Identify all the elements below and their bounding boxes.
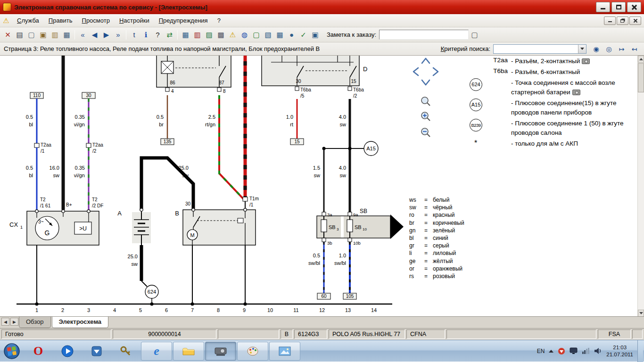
mdi-restore-icon xyxy=(620,19,624,23)
search-combobox[interactable] xyxy=(493,44,586,54)
search-next-icon[interactable]: ◎ xyxy=(603,43,615,54)
minimize-button[interactable] xyxy=(596,2,610,12)
menu-warnings[interactable]: Предупреждения xyxy=(154,15,213,26)
goto-forward-icon[interactable]: ↦ xyxy=(616,43,627,54)
tab-wiring-diagram[interactable]: Электросхема xyxy=(52,317,109,328)
sort-icon[interactable]: t xyxy=(128,29,140,41)
menu-help[interactable]: ? xyxy=(213,15,225,26)
tab-scroll-left-button[interactable]: ◀ xyxy=(1,318,9,326)
pin-10b-label: 10b xyxy=(353,240,361,246)
first-page-icon[interactable]: « xyxy=(77,29,89,41)
copy-document-icon[interactable]: ▥ xyxy=(49,29,61,41)
relay1-pin8-label: 8 xyxy=(223,89,226,94)
zoom-out-icon[interactable] xyxy=(421,128,430,137)
volume-icon[interactable] xyxy=(594,347,602,354)
wire-color: sw xyxy=(340,122,347,127)
scroll-down-button[interactable] xyxy=(638,310,644,317)
taskbar-opera-icon[interactable]: O xyxy=(24,342,53,361)
tray-download-icon[interactable] xyxy=(558,347,565,355)
legend-symbol: A15 xyxy=(468,98,511,111)
nav-up-icon[interactable] xyxy=(422,58,429,63)
component-cx1-sub: 1 xyxy=(20,225,23,230)
zoom-in-icon[interactable] xyxy=(421,112,430,121)
nav-left-icon[interactable] xyxy=(413,68,418,75)
wire-gauge: 25.0 xyxy=(128,254,138,259)
help-icon[interactable]: ? xyxy=(152,29,164,41)
taskbar-clock[interactable]: 21:03 21.07.2011 xyxy=(606,344,633,358)
wire-violet-green-df: 30 T2aa /2 0.35 vi/gn 0.35 vi/gn T2 /2 D… xyxy=(74,92,104,210)
search-icon[interactable]: ◉ xyxy=(590,43,602,54)
table-icon[interactable]: ▩ xyxy=(215,29,227,41)
goto-back-icon[interactable]: ↤ xyxy=(628,43,640,54)
order-note-input[interactable] xyxy=(379,30,469,40)
mdi-close-button[interactable] xyxy=(629,16,641,25)
info-icon[interactable]: ℹ xyxy=(140,29,152,41)
taskbar-elsa-app-button[interactable] xyxy=(205,342,236,361)
nav-right-icon[interactable] xyxy=(433,68,438,75)
taskbar-explorer-button[interactable] xyxy=(173,342,204,361)
warning-icon[interactable]: ⚠ xyxy=(227,29,239,41)
vehicle-icon[interactable]: ▦ xyxy=(180,29,191,41)
combo-dropdown-button[interactable] xyxy=(578,45,586,53)
taskbar-internet-explorer-button[interactable]: e xyxy=(141,342,172,361)
zoom-select-icon[interactable] xyxy=(421,97,430,106)
close-button[interactable] xyxy=(627,2,641,12)
camera-icon[interactable] xyxy=(582,58,590,64)
taskbar-paint-button[interactable] xyxy=(237,342,268,361)
open-document-icon[interactable]: ▣ xyxy=(37,29,49,41)
status-fsa: FSA xyxy=(598,329,631,339)
pages-icon[interactable]: ▧ xyxy=(262,29,274,41)
menu-service[interactable]: Служба xyxy=(12,15,44,26)
scrollbar-thumb[interactable] xyxy=(638,63,644,92)
show-desktop-button[interactable] xyxy=(637,340,643,362)
tools-icon[interactable]: ▣ xyxy=(309,29,321,41)
notes-icon[interactable]: ▢ xyxy=(250,29,262,41)
start-button[interactable] xyxy=(0,340,24,362)
new-document-icon[interactable]: ▢ xyxy=(25,29,37,41)
documents-icon[interactable]: ▥ xyxy=(191,29,203,41)
search-input[interactable] xyxy=(494,45,578,53)
checklist-icon[interactable]: ✓ xyxy=(297,29,309,41)
mdi-minimize-button[interactable] xyxy=(604,16,616,25)
last-page-icon[interactable]: » xyxy=(112,29,124,41)
scroll-up-button[interactable] xyxy=(638,56,644,63)
wire-color: sw/bl xyxy=(334,260,346,266)
taskbar-download-manager-icon[interactable] xyxy=(82,342,111,361)
camera-icon[interactable] xyxy=(572,90,580,95)
title-bar: Электронная справочная система по сервис… xyxy=(0,0,644,14)
menu-view[interactable]: Просмотр xyxy=(77,15,115,26)
print-preview-icon[interactable]: ▦ xyxy=(61,29,73,41)
wire-black-bplus: 16.0 sw B+ xyxy=(50,56,72,210)
next-page-icon[interactable]: ▶ xyxy=(100,29,112,41)
maximize-button[interactable] xyxy=(611,2,626,12)
taskbar-photo-viewer-button[interactable] xyxy=(269,342,300,361)
taskbar-keys-icon[interactable] xyxy=(111,342,140,361)
component-b-label: B xyxy=(175,210,179,217)
connector-t6ba2-label: T6ba xyxy=(353,87,364,92)
print-icon[interactable]: ▤ xyxy=(14,29,25,41)
tab-scroll-right-button[interactable]: ▶ xyxy=(10,318,18,326)
menu-settings[interactable]: Настройки xyxy=(115,15,154,26)
tray-expand-icon[interactable] xyxy=(549,350,553,353)
wire-color: vi/gn xyxy=(74,122,85,127)
status-bar: Готово 9000000014 B 6124G3 POLO A05 Rus.… xyxy=(0,329,644,340)
nav-down-icon[interactable] xyxy=(422,80,429,85)
language-indicator[interactable]: EN xyxy=(537,348,545,354)
vehicle-data-icon[interactable]: ▦ xyxy=(274,29,286,41)
tab-overview[interactable]: Обзор xyxy=(19,317,51,328)
web-icon[interactable]: ◍ xyxy=(239,29,250,41)
service-book-icon[interactable]: ▨ xyxy=(203,29,215,41)
refresh-icon[interactable]: ⇄ xyxy=(164,29,175,41)
network-icon[interactable] xyxy=(582,347,590,354)
exit-icon[interactable]: ✕ xyxy=(2,29,14,41)
previous-page-icon[interactable]: ◀ xyxy=(89,29,100,41)
wire-gauge: 25.0 xyxy=(179,165,189,171)
menu-edit[interactable]: Править xyxy=(44,15,77,26)
order-note-icon[interactable]: ▢ xyxy=(469,29,480,41)
vertical-scrollbar[interactable] xyxy=(637,56,644,317)
mdi-restore-button[interactable] xyxy=(617,16,628,25)
taskbar-media-player-icon[interactable] xyxy=(53,342,82,361)
tray-display-icon[interactable] xyxy=(570,347,578,354)
user-icon[interactable]: ● xyxy=(286,29,297,41)
palette-icon xyxy=(247,346,259,356)
